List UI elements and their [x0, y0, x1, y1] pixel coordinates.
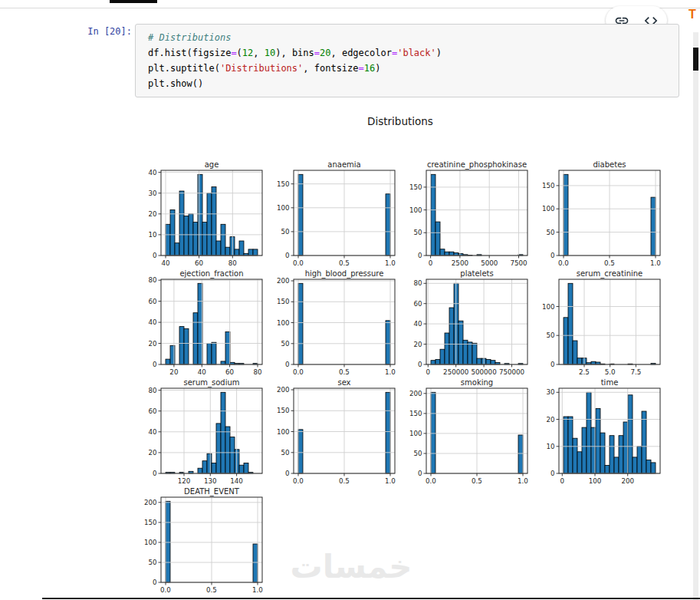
y-tick-label: 20	[148, 210, 156, 218]
histogram-time: 01020300100200time	[533, 378, 665, 487]
x-tick-label: 0	[560, 477, 565, 485]
x-tick-label: 0.5	[472, 477, 482, 485]
x-tick-label: 5000	[481, 259, 498, 267]
y-tick-label: 50	[281, 449, 289, 457]
histogram-grid: 010203040406080age0501001500.00.51.0anae…	[135, 160, 665, 596]
x-tick-label: 0.0	[293, 477, 304, 485]
chart-title: sex	[337, 378, 350, 387]
y-tick-label: 50	[546, 331, 554, 339]
y-tick-label: 20	[148, 449, 156, 457]
x-tick-label: 0.5	[339, 477, 350, 485]
chart-title: smoking	[461, 378, 493, 387]
histogram-serum_sodium: 020406080120130140serum_sodium	[135, 378, 268, 487]
y-tick-label: 0	[418, 361, 422, 368]
y-tick-label: 50	[413, 229, 422, 236]
y-tick-label: 50	[148, 559, 156, 566]
x-tick-label: 750000	[499, 368, 524, 376]
y-tick-label: 0	[153, 361, 157, 368]
x-tick-label: 1.0	[650, 259, 661, 267]
y-tick-label: 0	[550, 470, 555, 477]
code-line: df.hist(figsize=(12, 10), bins=20, edgec…	[148, 45, 671, 61]
x-tick-label: 500000	[472, 368, 497, 376]
x-tick-label: 1.0	[385, 477, 396, 485]
scrollbar-thumb[interactable]	[693, 48, 698, 71]
x-tick-label: 2.5	[579, 368, 590, 376]
x-tick-label: 0.0	[293, 368, 304, 376]
y-tick-label: 150	[277, 298, 290, 305]
x-tick-label: 140	[230, 477, 243, 485]
histogram-age: 010203040406080age	[135, 160, 268, 269]
y-tick-label: 20	[148, 340, 156, 348]
x-tick-label: 20	[169, 368, 178, 376]
x-tick-label: 1.0	[518, 477, 528, 485]
y-tick-label: 200	[277, 386, 290, 394]
x-tick-label: 80	[228, 259, 237, 267]
code-line: plt.suptitle('Distributions', fontsize=1…	[148, 61, 671, 76]
y-tick-label: 0	[550, 361, 555, 368]
y-tick-label: 10	[148, 231, 156, 239]
x-tick-label: 200	[621, 477, 634, 485]
histogram-platelets: 0204060800250000500000750000platelets	[400, 269, 533, 378]
scrollbar-track[interactable]	[693, 32, 698, 600]
y-tick-label: 20	[413, 341, 422, 348]
y-tick-label: 60	[413, 300, 422, 308]
histogram-creatinine_phosphokinase: 0501001500250050007500creatinine_phospho…	[400, 160, 533, 269]
x-tick-label: 0.0	[426, 477, 436, 485]
y-tick-label: 0	[418, 470, 422, 477]
y-tick-label: 40	[413, 320, 422, 328]
y-tick-label: 0	[285, 361, 290, 368]
x-tick-label: 1.0	[252, 586, 263, 594]
code-line: plt.show()	[148, 76, 671, 91]
y-tick-label: 100	[277, 204, 290, 212]
y-tick-label: 80	[413, 279, 422, 287]
histogram-serum_creatinine: 0501002.55.07.5serum_creatinine	[533, 269, 665, 378]
x-tick-label: 60	[225, 368, 234, 376]
y-tick-label: 0	[153, 252, 157, 259]
x-tick-label: 40	[161, 259, 169, 267]
y-tick-label: 150	[409, 410, 422, 417]
histogram-DEATH_EVENT: 0501001502000.00.51.0DEATH_EVENT	[135, 487, 268, 596]
y-tick-label: 80	[148, 276, 156, 284]
y-tick-label: 50	[413, 450, 422, 457]
y-tick-label: 100	[277, 428, 290, 436]
x-tick-label: 5.0	[605, 368, 616, 376]
y-tick-label: 10	[546, 443, 554, 450]
code-line: # Distributions	[148, 30, 671, 45]
y-tick-label: 0	[285, 252, 290, 259]
histogram-sex: 0501001502000.00.51.0sex	[268, 378, 400, 487]
y-tick-label: 40	[148, 169, 156, 176]
bottom-divider	[42, 598, 700, 599]
histogram-anaemia: 0501001500.00.51.0anaemia	[268, 160, 400, 269]
chart-title: DEATH_EVENT	[184, 487, 240, 496]
chart-title: anaemia	[327, 160, 360, 169]
x-tick-label: 0.0	[293, 259, 304, 267]
y-tick-label: 100	[277, 319, 290, 327]
y-tick-label: 200	[277, 277, 290, 285]
code-editor[interactable]: # Distributionsdf.hist(figsize=(12, 10),…	[148, 30, 671, 91]
x-tick-label: 60	[195, 259, 203, 267]
y-tick-label: 0	[285, 470, 290, 477]
chart-title: creatinine_phosphokinase	[427, 160, 527, 170]
y-tick-label: 100	[409, 430, 422, 437]
x-tick-label: 130	[204, 477, 217, 485]
y-tick-label: 100	[542, 205, 555, 213]
chart-title: high_blood_pressure	[305, 269, 384, 279]
histogram-diabetes: 0501001500.00.51.0diabetes	[533, 160, 665, 269]
y-tick-label: 50	[281, 228, 289, 236]
y-tick-label: 100	[144, 539, 157, 546]
chart-title: serum_sodium	[183, 378, 239, 387]
x-tick-label: 0.5	[339, 368, 350, 376]
side-panel-truncated-text: T	[688, 8, 696, 21]
y-tick-label: 150	[542, 182, 555, 190]
x-tick-label: 1.0	[385, 368, 396, 376]
y-tick-label: 150	[409, 183, 422, 191]
chart-title: serum_creatinine	[577, 269, 643, 279]
x-tick-label: 0	[429, 259, 433, 267]
y-tick-label: 40	[148, 428, 156, 436]
y-tick-label: 80	[148, 387, 156, 394]
code-cell[interactable]: # Distributionsdf.hist(figsize=(12, 10),…	[135, 24, 679, 97]
y-tick-label: 150	[144, 519, 157, 526]
histogram-smoking: 0501001502000.00.51.0smoking	[400, 378, 533, 487]
x-tick-label: 0	[426, 368, 431, 376]
x-tick-label: 0.0	[558, 259, 569, 267]
